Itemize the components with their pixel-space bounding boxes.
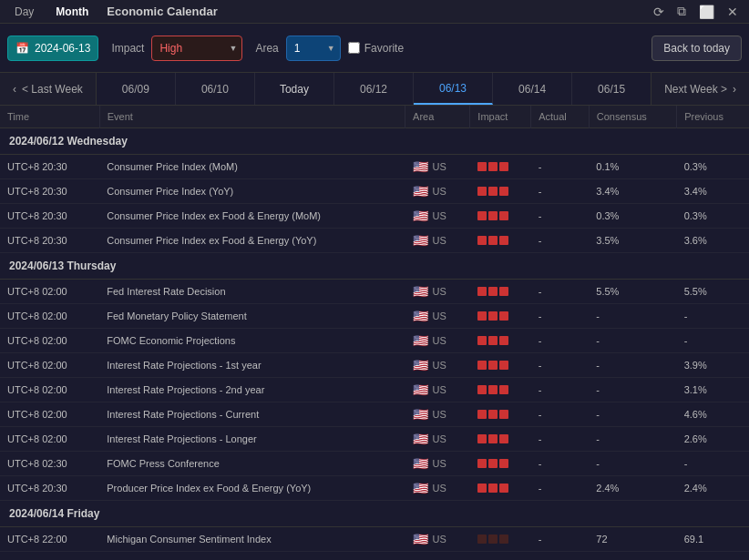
nav-date-Today[interactable]: Today xyxy=(255,73,334,105)
area-select-wrapper: 1 2 All xyxy=(286,36,341,61)
impact-bar xyxy=(477,361,487,370)
event-consensus: 3.4% xyxy=(589,179,676,204)
event-time: UTC+8 02:00 xyxy=(0,304,99,329)
event-name: Interest Rate Projections - Longer xyxy=(99,427,405,452)
country-code: US xyxy=(433,210,446,221)
table-row[interactable]: UTC+8 20:30Consumer Price Index ex Food … xyxy=(0,204,749,229)
country-flag: 🇺🇸 xyxy=(413,532,428,546)
favorite-checkbox-label[interactable]: Favorite xyxy=(348,42,404,55)
table-row[interactable]: UTC+8 02:00Interest Rate Projections - C… xyxy=(0,402,749,427)
event-actual: - xyxy=(531,280,590,304)
refresh-icon[interactable]: ⟳ xyxy=(650,3,668,21)
date-picker[interactable]: 📅 2024-06-13 xyxy=(7,36,98,61)
country-code: US xyxy=(433,384,446,395)
event-time: UTC+8 02:00 xyxy=(0,402,99,427)
country-code: US xyxy=(433,433,446,444)
impact-bar xyxy=(499,535,508,544)
impact-bar xyxy=(499,385,508,394)
event-area: 🇺🇸US xyxy=(405,353,470,378)
event-area: 🇺🇸US xyxy=(405,179,470,204)
table-body: 2024/06/12 WednesdayUTC+8 20:30Consumer … xyxy=(0,128,749,552)
table-row[interactable]: UTC+8 20:30Consumer Price Index (YoY)🇺🇸U… xyxy=(0,179,749,204)
event-actual: - xyxy=(531,204,590,229)
event-name: Consumer Price Index ex Food & Energy (M… xyxy=(99,204,405,229)
table-row[interactable]: UTC+8 02:00Interest Rate Projections - L… xyxy=(0,427,749,452)
country-flag: 🇺🇸 xyxy=(413,456,428,471)
event-area: 🇺🇸US xyxy=(405,280,470,304)
nav-date-06-09[interactable]: 06/09 xyxy=(97,73,176,105)
event-name: Consumer Price Index (YoY) xyxy=(99,179,405,204)
country-code: US xyxy=(433,483,446,494)
favorite-checkbox[interactable] xyxy=(348,42,360,54)
close-icon[interactable]: ✕ xyxy=(723,3,742,21)
table-row[interactable]: UTC+8 20:30Producer Price Index ex Food … xyxy=(0,476,749,501)
country-code: US xyxy=(433,360,446,371)
impact-bar xyxy=(499,187,508,196)
nav-date-06-15[interactable]: 06/15 xyxy=(572,73,651,105)
maximize-icon[interactable]: ⬜ xyxy=(695,3,718,21)
back-today-button[interactable]: Back to today xyxy=(652,36,742,61)
event-impact xyxy=(470,402,531,427)
next-week-button[interactable]: Next Week > › xyxy=(651,73,749,105)
next-week-label: Next Week > xyxy=(664,83,727,96)
event-previous: - xyxy=(677,304,749,329)
table-row[interactable]: UTC+8 02:30FOMC Press Conference🇺🇸US--- xyxy=(0,452,749,476)
country-flag: 🇺🇸 xyxy=(413,309,428,323)
table-row[interactable]: UTC+8 02:00Fed Monetary Policy Statement… xyxy=(0,304,749,329)
country-flag: 🇺🇸 xyxy=(413,481,428,495)
event-consensus: 0.3% xyxy=(589,204,676,229)
event-name: Producer Price Index ex Food & Energy (Y… xyxy=(99,476,405,501)
country-flag: 🇺🇸 xyxy=(413,284,428,299)
impact-bar xyxy=(488,434,498,443)
table-row[interactable]: UTC+8 20:30Consumer Price Index ex Food … xyxy=(0,229,749,253)
impact-bar xyxy=(499,336,508,345)
event-name: FOMC Economic Projections xyxy=(99,329,405,353)
area-select[interactable]: 1 2 All xyxy=(286,36,341,61)
table-row[interactable]: UTC+8 22:00Michigan Consumer Sentiment I… xyxy=(0,527,749,552)
restore-icon[interactable]: ⧉ xyxy=(673,2,690,21)
event-actual: - xyxy=(531,329,590,353)
section-header: 2024/06/12 Wednesday xyxy=(0,128,749,155)
nav-date-06-14[interactable]: 06/14 xyxy=(493,73,572,105)
event-area: 🇺🇸US xyxy=(405,304,470,329)
event-time: UTC+8 02:00 xyxy=(0,427,99,452)
nav-date-06-10[interactable]: 06/10 xyxy=(176,73,255,105)
country-flag: 🇺🇸 xyxy=(413,233,428,248)
col-header-event: Event xyxy=(99,106,405,128)
event-time: UTC+8 20:30 xyxy=(0,155,99,179)
country-code: US xyxy=(433,186,446,197)
impact-bar xyxy=(488,484,498,493)
table-row[interactable]: UTC+8 20:30Consumer Price Index (MoM)🇺🇸U… xyxy=(0,155,749,179)
impact-label: Impact xyxy=(111,42,144,55)
country-flag: 🇺🇸 xyxy=(413,184,428,199)
event-consensus: 3.5% xyxy=(589,229,676,253)
impact-select[interactable]: High Medium Low All xyxy=(151,36,242,61)
event-time: UTC+8 02:00 xyxy=(0,329,99,353)
tab-day[interactable]: Day xyxy=(7,4,41,20)
table-row[interactable]: UTC+8 02:00Interest Rate Projections - 2… xyxy=(0,378,749,402)
col-header-previous: Previous xyxy=(677,106,749,128)
table-row[interactable]: UTC+8 02:00Interest Rate Projections - 1… xyxy=(0,353,749,378)
impact-bar xyxy=(477,434,487,443)
event-previous: 5.5% xyxy=(677,280,749,304)
event-impact xyxy=(470,329,531,353)
nav-date-06-13[interactable]: 06/13 xyxy=(414,73,493,105)
nav-date-06-12[interactable]: 06/12 xyxy=(334,73,414,105)
country-code: US xyxy=(433,335,446,346)
prev-week-button[interactable]: ‹ < Last Week xyxy=(0,73,97,105)
event-table: TimeEventAreaImpactActualConsensusPrevio… xyxy=(0,106,749,552)
event-previous: 3.6% xyxy=(677,229,749,253)
impact-bar xyxy=(477,459,487,468)
section-header: 2024/06/13 Thursday xyxy=(0,253,749,280)
event-time: UTC+8 20:30 xyxy=(0,204,99,229)
event-impact xyxy=(470,527,531,552)
event-impact xyxy=(470,378,531,402)
event-time: UTC+8 02:00 xyxy=(0,280,99,304)
event-time: UTC+8 02:00 xyxy=(0,378,99,402)
tab-month[interactable]: Month xyxy=(48,4,96,20)
event-table-container[interactable]: TimeEventAreaImpactActualConsensusPrevio… xyxy=(0,106,749,560)
table-row[interactable]: UTC+8 02:00FOMC Economic Projections🇺🇸US… xyxy=(0,329,749,353)
event-name: Consumer Price Index ex Food & Energy (Y… xyxy=(99,229,405,253)
event-actual: - xyxy=(531,179,590,204)
table-row[interactable]: UTC+8 02:00Fed Interest Rate Decision🇺🇸U… xyxy=(0,280,749,304)
